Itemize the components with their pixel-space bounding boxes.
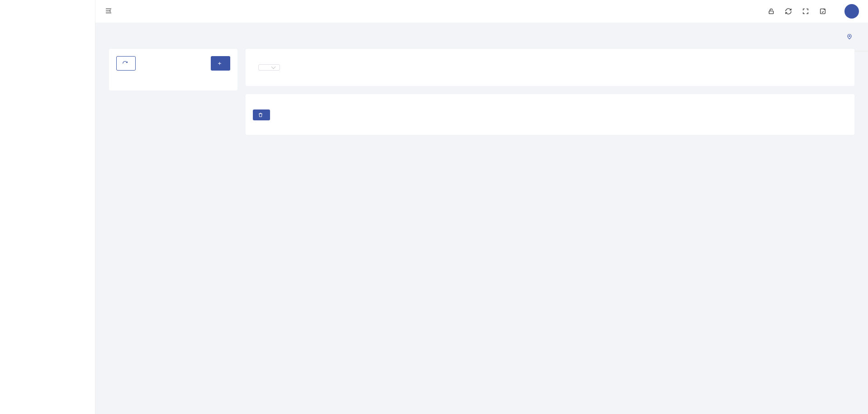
item-list-panel: ＋ [109,49,237,90]
breadcrumb [846,33,854,40]
avatar[interactable] [844,4,859,19]
lock-button[interactable] [768,8,777,15]
svg-rect-3 [769,11,773,14]
settings-button[interactable] [819,8,828,15]
refresh-button[interactable] [785,8,794,15]
sidebar [0,0,95,414]
clear-button[interactable] [253,109,270,120]
add-item-button[interactable]: ＋ [211,56,230,71]
fullscreen-button[interactable] [802,8,811,15]
sidebar-menu [0,14,95,18]
app-title [0,0,95,14]
collapse-sidebar-icon[interactable] [104,7,113,16]
refresh-list-button[interactable] [116,56,136,71]
form-config-panel [246,49,854,86]
location-icon [846,33,853,40]
perm-config-panel [246,94,854,135]
version-select[interactable] [258,64,280,71]
topbar [95,0,868,23]
svg-point-5 [849,36,850,37]
